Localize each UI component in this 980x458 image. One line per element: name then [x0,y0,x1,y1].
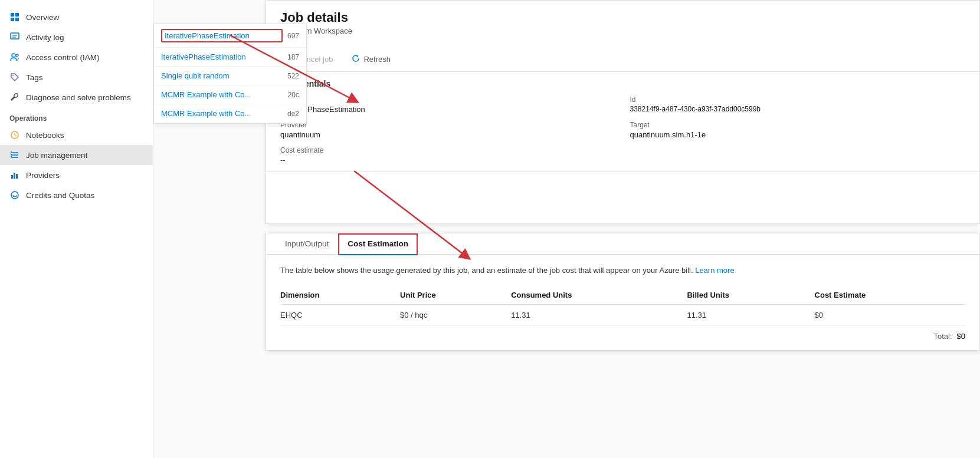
sidebar-item-access-control[interactable]: Access control (IAM) [0,47,153,67]
field-cost: Cost estimate -- [280,146,616,164]
cell-unit-price: $0 / hqc [400,304,511,325]
sidebar-item-label: Providers [26,171,60,180]
col-consumed: Consumed Units [511,286,687,305]
tab-input-output[interactable]: Input/Output [276,233,338,255]
field-id: Id 338214f9-a487-430c-a93f-37add00c599b [630,95,966,114]
svg-point-20 [11,192,18,199]
refresh-label: Refresh [363,55,391,64]
cost-content: The table below shows the usage generate… [266,255,979,350]
job-id-4: de2 [287,110,299,118]
name-value: IterativePhaseEstimation [280,105,616,114]
operations-section-label: Operations [0,107,153,125]
wrench-icon [9,92,20,103]
tab-cost-estimation[interactable]: Cost Estimation [338,233,418,255]
total-value: $0 [957,332,965,341]
sidebar-item-label: Job management [26,151,87,160]
cell-consumed: 11.31 [511,304,687,325]
svg-point-9 [12,75,14,76]
job-name-4: MCMR Example with Co... [161,109,283,118]
cost-description: The table below shows the usage generate… [280,265,965,276]
refresh-button[interactable]: Refresh [347,52,395,67]
job-name-3: MCMR Example with Co... [161,90,283,99]
cost-label: Cost estimate [280,146,616,154]
job-id-0: 697 [287,32,299,40]
name-label: Name [280,95,616,104]
job-list-panel: IterativePhaseEstimation 697 IterativePh… [153,24,307,124]
job-details-header: Job details Quantum Workspace [266,1,979,47]
total-row: Total: $0 [280,326,965,341]
svg-rect-4 [11,33,19,39]
job-id-3: 20c [288,91,299,99]
col-dimension: Dimension [280,286,400,305]
col-cost-estimate: Cost Estimate [815,286,965,305]
col-unit-price: Unit Price [400,286,511,305]
chart-icon [9,170,20,180]
sidebar-item-job-management[interactable]: Job management [0,145,153,165]
sidebar-item-label: Diagnose and solve problems [26,93,131,102]
provider-value: quantinuum [280,130,616,139]
svg-rect-17 [11,175,13,179]
sidebar-item-label: Access control (IAM) [26,53,100,62]
app-layout: Overview Activity log Access control (IA… [0,0,980,458]
job-row-1[interactable]: IterativePhaseEstimation 187 [154,48,306,67]
field-target: Target quantinuum.sim.h1-1e [630,121,966,139]
job-details-title: Job details [280,10,965,25]
sidebar-item-label: Activity log [26,33,64,42]
total-label: Total: [933,332,952,341]
grid-icon [9,12,20,22]
col-billed: Billed Units [687,286,814,305]
toolbar: Cancel job Refresh [266,47,979,72]
job-name-2: Single qubit random [161,71,283,80]
cost-table: Dimension Unit Price Consumed Units Bill… [280,286,965,326]
notebook-icon [9,130,20,140]
target-value: quantinuum.sim.h1-1e [630,130,966,139]
cell-cost-estimate: $0 [815,304,965,325]
svg-rect-3 [15,18,19,21]
sidebar: Overview Activity log Access control (IA… [0,0,153,458]
sidebar-item-tags[interactable]: Tags [0,67,153,87]
sidebar-item-label: Overview [26,13,59,22]
svg-rect-2 [11,18,14,21]
svg-rect-1 [15,13,19,17]
job-name-1: IterativePhaseEstimation [161,52,283,61]
right-area: IterativePhaseEstimation 697 IterativePh… [153,0,980,458]
table-row: EHQC $0 / hqc 11.31 11.31 $0 [280,304,965,325]
sidebar-item-activity-log[interactable]: Activity log [0,27,153,47]
cell-billed: 11.31 [687,304,814,325]
sidebar-item-diagnose[interactable]: Diagnose and solve problems [0,87,153,107]
id-value: 338214f9-a487-430c-a93f-37add00c599b [630,105,966,113]
svg-point-8 [16,54,18,57]
list-icon [9,150,20,160]
job-row-3[interactable]: MCMR Example with Co... 20c [154,85,306,104]
learn-more-link[interactable]: Learn more [695,266,734,275]
job-details-panel: Job details Quantum Workspace Cancel job… [266,0,980,224]
sidebar-item-overview[interactable]: Overview [0,7,153,27]
people-icon [9,52,20,62]
refresh-icon [352,54,360,64]
svg-rect-0 [11,13,14,17]
svg-rect-19 [16,174,18,179]
sidebar-item-credits-quotas[interactable]: Credits and Quotas [0,185,153,205]
job-row-0[interactable]: IterativePhaseEstimation 697 [154,24,306,48]
svg-point-7 [12,54,15,57]
provider-label: Provider [280,121,616,129]
field-provider: Provider quantinuum [280,121,616,139]
sidebar-item-label: Tags [26,73,43,82]
essentials-toggle[interactable]: ∧ Essentials [280,79,965,88]
sidebar-item-notebooks[interactable]: Notebooks [0,125,153,145]
table-header-row: Dimension Unit Price Consumed Units Bill… [280,286,965,305]
cell-dimension: EHQC [280,304,400,325]
sidebar-item-providers[interactable]: Providers [0,165,153,185]
svg-rect-18 [14,173,15,179]
cost-value: -- [280,156,616,164]
job-name-0: IterativePhaseEstimation [161,29,283,42]
sidebar-item-label: Credits and Quotas [26,191,94,200]
tag-icon [9,72,20,83]
job-row-2[interactable]: Single qubit random 522 [154,67,306,85]
job-id-1: 187 [287,53,299,61]
tabs-bar: Input/Output Cost Estimation [266,233,979,255]
field-name: Name IterativePhaseEstimation [280,95,616,114]
job-row-4[interactable]: MCMR Example with Co... de2 [154,104,306,123]
id-label: Id [630,95,966,104]
svg-rect-15 [11,154,12,155]
